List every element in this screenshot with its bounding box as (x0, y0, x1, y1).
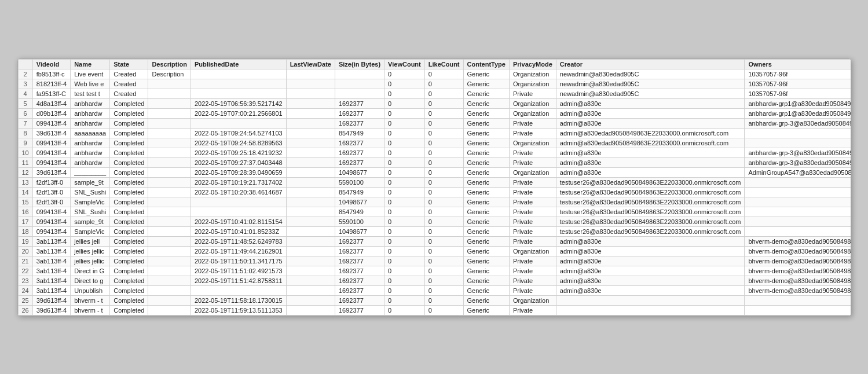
cell-likecount: 0 (424, 167, 463, 177)
table-row[interactable]: 203ab113ff-4jellies jellicCompleted2022-… (18, 246, 851, 256)
cell-size-in-bytes-: 1692377 (335, 148, 384, 157)
cell-lastviewdate (286, 177, 335, 187)
cell-publisheddate: 2022-05-19T09:24:54.5274103 (191, 128, 286, 138)
table-row[interactable]: 213ab113ff-4jellies jellicCompleted2022-… (18, 256, 851, 266)
cell-publisheddate: 2022-05-19T11:50:11.3417175 (191, 256, 286, 266)
cell-name: jellies jellic (71, 256, 110, 266)
cell-name: Direct to g (71, 276, 110, 285)
cell-videoid: 3ab113ff-4 (32, 236, 70, 246)
cell-description: Description (148, 69, 191, 79)
cell-contenttype: Generic (463, 69, 509, 79)
cell-description (148, 128, 191, 138)
cell-lastviewdate (286, 69, 335, 79)
cell-owners: AdminGroupA547@a830edad9050849863E220330… (745, 167, 851, 177)
cell-viewcount: 0 (384, 128, 425, 138)
table-row[interactable]: 4fa9513ff-Ctest test tCreated00GenericPr… (18, 89, 851, 98)
cell-contenttype: Generic (463, 197, 509, 207)
cell-publisheddate: 2022-05-19T07:00:21.2566801 (191, 108, 286, 118)
cell-size-in-bytes- (335, 89, 384, 98)
cell-videoid: 099413ff-4 (32, 157, 70, 167)
cell-creator: admin@a830e (556, 266, 745, 276)
table-row[interactable]: 17099413ff-4sample_9tCompleted2022-05-19… (18, 217, 851, 226)
table-row[interactable]: 10099413ff-4anbhardwCompleted2022-05-19T… (18, 148, 851, 157)
cell-creator: admin@a830e (556, 285, 745, 295)
row-number: 14 (18, 187, 32, 197)
cell-state: Completed (110, 177, 148, 187)
cell-viewcount: 0 (384, 187, 425, 197)
cell-publisheddate (191, 207, 286, 217)
cell-publisheddate: 2022-05-19T09:28:39.0490659 (191, 167, 286, 177)
table-row[interactable]: 2539d613ff-4bhverm - tCompleted2022-05-1… (18, 295, 851, 305)
table-row[interactable]: 243ab113ff-4UnpublishCompleted169237700G… (18, 285, 851, 295)
spreadsheet-container[interactable]: VideoIdNameStateDescriptionPublishedDate… (18, 59, 851, 316)
cell-size-in-bytes-: 8547949 (335, 187, 384, 197)
table-row[interactable]: 18099413ff-4SampleVicCompleted2022-05-19… (18, 226, 851, 236)
cell-size-in-bytes-: 1692377 (335, 246, 384, 256)
table-row[interactable]: 6d09b13ff-4anbhardwCompleted2022-05-19T0… (18, 108, 851, 118)
cell-creator: testuser26@a830edad9050849863E22033000.o… (556, 226, 745, 236)
cell-likecount: 0 (424, 69, 463, 79)
cell-videoid: 099413ff-4 (32, 148, 70, 157)
table-row[interactable]: 15f2df13ff-0SampleVicCompleted1049867700… (18, 197, 851, 207)
table-row[interactable]: 9099413ff-4anbhardwCompleted2022-05-19T0… (18, 138, 851, 148)
column-header-name: Name (71, 59, 110, 69)
cell-lastviewdate (286, 197, 335, 207)
cell-likecount: 0 (424, 276, 463, 285)
table-row[interactable]: 3818213ff-4Web live eCreated00GenericOrg… (18, 79, 851, 89)
table-row[interactable]: 7099413ff-4anbhardwCompleted169237700Gen… (18, 118, 851, 128)
cell-description (148, 276, 191, 285)
table-row[interactable]: 16099413ff-4SNL_SushiCompleted854794900G… (18, 207, 851, 217)
table-row[interactable]: 11099413ff-4anbhardwCompleted2022-05-19T… (18, 157, 851, 167)
cell-owners: bhverm-demo@a830edad9050849863E22033000.… (745, 236, 851, 246)
cell-privacymode: Organization (509, 167, 556, 177)
cell-videoid: 818213ff-4 (32, 79, 70, 89)
table-row[interactable]: 1239d613ff-4_________Completed2022-05-19… (18, 167, 851, 177)
row-number: 11 (18, 157, 32, 167)
cell-state: Completed (110, 285, 148, 295)
cell-privacymode: Private (509, 305, 556, 315)
cell-likecount: 0 (424, 89, 463, 98)
cell-owners (745, 226, 851, 236)
row-number: 21 (18, 256, 32, 266)
cell-creator: admin@a830e (556, 118, 745, 128)
cell-contenttype: Generic (463, 276, 509, 285)
cell-likecount: 0 (424, 108, 463, 118)
cell-contenttype: Generic (463, 226, 509, 236)
cell-likecount: 0 (424, 138, 463, 148)
cell-description (148, 187, 191, 197)
row-number: 2 (18, 69, 32, 79)
cell-likecount: 0 (424, 157, 463, 167)
cell-lastviewdate (286, 295, 335, 305)
cell-creator: testuser26@a830edad9050849863E22033000.o… (556, 187, 745, 197)
table-row[interactable]: 2639d613ff-4bhverm - tCompleted2022-05-1… (18, 305, 851, 315)
cell-likecount: 0 (424, 128, 463, 138)
cell-privacymode: Private (509, 118, 556, 128)
cell-description (148, 197, 191, 207)
table-row[interactable]: 223ab113ff-4Direct in GCompleted2022-05-… (18, 266, 851, 276)
cell-likecount: 0 (424, 285, 463, 295)
cell-contenttype: Generic (463, 285, 509, 295)
row-number: 23 (18, 276, 32, 285)
cell-likecount: 0 (424, 148, 463, 157)
cell-name: Web live e (71, 79, 110, 89)
cell-viewcount: 0 (384, 157, 425, 167)
table-row[interactable]: 13f2df13ff-0sample_9tCompleted2022-05-19… (18, 177, 851, 187)
table-row[interactable]: 233ab113ff-4Direct to gCompleted2022-05-… (18, 276, 851, 285)
table-row[interactable]: 2fb9513ff-cLive eventCreatedDescription0… (18, 69, 851, 79)
table-row[interactable]: 193ab113ff-4jellies jellCompleted2022-05… (18, 236, 851, 246)
cell-name: Live event (71, 69, 110, 79)
cell-likecount: 0 (424, 217, 463, 226)
cell-viewcount: 0 (384, 246, 425, 256)
row-number: 8 (18, 128, 32, 138)
cell-privacymode: Private (509, 256, 556, 266)
column-header-description: Description (148, 59, 191, 69)
table-row[interactable]: 839d613ff-4aaaaaaaaaCompleted2022-05-19T… (18, 128, 851, 138)
table-row[interactable]: 14f2df13ff-0SNL_SushiCompleted2022-05-19… (18, 187, 851, 197)
cell-state: Completed (110, 305, 148, 315)
cell-description (148, 305, 191, 315)
cell-creator (556, 295, 745, 305)
cell-publisheddate: 2022-05-19T06:56:39.5217142 (191, 98, 286, 108)
cell-videoid: 39d613ff-4 (32, 128, 70, 138)
table-row[interactable]: 54d8a13ff-4anbhardwCompleted2022-05-19T0… (18, 98, 851, 108)
cell-publisheddate: 2022-05-19T10:41:01.85233Z (191, 226, 286, 236)
